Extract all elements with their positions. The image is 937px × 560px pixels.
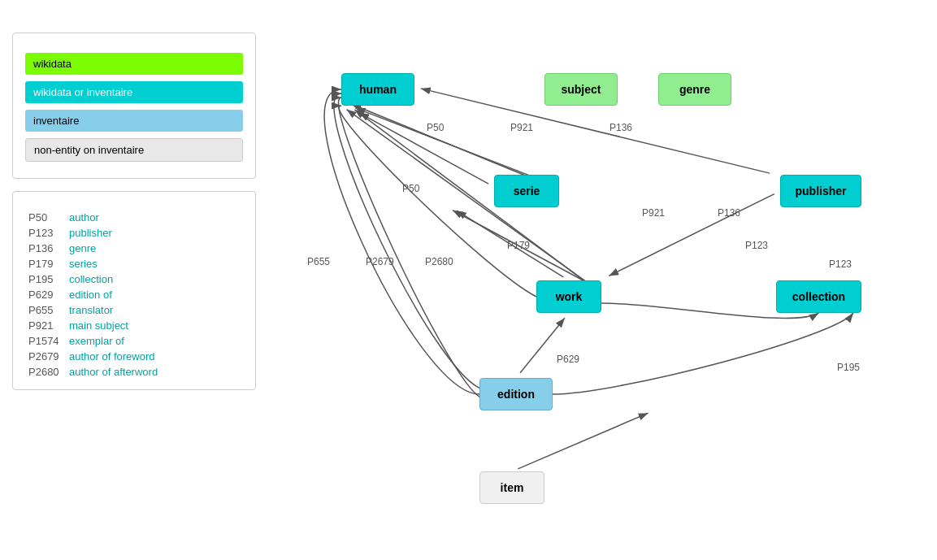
provenance-box: wikidata wikidata or inventaire inventai… bbox=[12, 33, 256, 179]
legend-inventaire: inventaire bbox=[25, 110, 243, 132]
prop-code: P655 bbox=[25, 302, 66, 318]
prop-code: P1574 bbox=[25, 333, 66, 349]
prop-label: collection bbox=[66, 271, 243, 287]
prop-code: P123 bbox=[25, 225, 66, 241]
property-row: P1574exemplar of bbox=[25, 333, 243, 349]
label-p179: P179 bbox=[507, 240, 530, 251]
properties-table: P50authorP123publisherP136genreP179serie… bbox=[25, 210, 243, 380]
prop-label: publisher bbox=[66, 225, 243, 241]
property-row: P136genre bbox=[25, 241, 243, 256]
label-p2680: P2680 bbox=[425, 256, 453, 267]
label-p921-2: P921 bbox=[642, 207, 665, 219]
prop-label: author bbox=[66, 210, 243, 225]
page-title bbox=[0, 0, 937, 24]
prop-label: main subject bbox=[66, 318, 243, 333]
legend-wikidata-or-inventaire: wikidata or inventaire bbox=[25, 81, 243, 103]
node-item: item bbox=[479, 471, 544, 504]
label-p123-2: P123 bbox=[829, 258, 852, 270]
prop-code: P921 bbox=[25, 318, 66, 333]
property-row: P2680author of afterword bbox=[25, 364, 243, 380]
legend-wikidata: wikidata bbox=[25, 53, 243, 75]
node-subject: subject bbox=[544, 73, 618, 106]
prop-code: P179 bbox=[25, 256, 66, 271]
label-p195: P195 bbox=[837, 362, 860, 373]
node-human: human bbox=[341, 73, 414, 106]
prop-label: author of foreword bbox=[66, 349, 243, 364]
prop-label: author of afterword bbox=[66, 364, 243, 380]
svg-line-9 bbox=[609, 194, 774, 276]
label-p655: P655 bbox=[307, 256, 330, 267]
label-p136-2: P136 bbox=[718, 207, 740, 219]
prop-label: edition of bbox=[66, 287, 243, 302]
property-row: P179series bbox=[25, 256, 243, 271]
property-row: P195collection bbox=[25, 271, 243, 287]
prop-code: P629 bbox=[25, 287, 66, 302]
properties-box: P50authorP123publisherP136genreP179serie… bbox=[12, 191, 256, 390]
node-serie: serie bbox=[494, 175, 559, 207]
label-p123-1: P123 bbox=[745, 240, 768, 251]
label-p50-2: P50 bbox=[402, 183, 419, 194]
property-row: P629edition of bbox=[25, 287, 243, 302]
prop-code: P2679 bbox=[25, 349, 66, 364]
prop-code: P136 bbox=[25, 241, 66, 256]
prop-code: P50 bbox=[25, 210, 66, 225]
svg-line-11 bbox=[518, 413, 648, 469]
node-edition: edition bbox=[479, 378, 553, 410]
node-collection: collection bbox=[776, 280, 861, 313]
label-p921-1: P921 bbox=[510, 122, 533, 133]
label-p50-1: P50 bbox=[427, 122, 444, 133]
label-p136-1: P136 bbox=[609, 122, 632, 133]
node-genre: genre bbox=[658, 73, 731, 106]
prop-label: translator bbox=[66, 302, 243, 318]
prop-label: exemplar of bbox=[66, 333, 243, 349]
property-row: P50author bbox=[25, 210, 243, 225]
svg-line-6 bbox=[355, 108, 553, 184]
prop-code: P2680 bbox=[25, 364, 66, 380]
prop-label: series bbox=[66, 256, 243, 271]
label-p2679: P2679 bbox=[366, 256, 394, 267]
graph-area: human subject genre publisher serie work… bbox=[268, 24, 937, 528]
property-row: P921main subject bbox=[25, 318, 243, 333]
legend-non-entity: non-entity on inventaire bbox=[25, 138, 243, 162]
property-row: P123publisher bbox=[25, 225, 243, 241]
node-publisher: publisher bbox=[780, 175, 861, 207]
node-work: work bbox=[536, 280, 601, 313]
property-row: P655translator bbox=[25, 302, 243, 318]
prop-label: genre bbox=[66, 241, 243, 256]
property-row: P2679author of foreword bbox=[25, 349, 243, 364]
prop-code: P195 bbox=[25, 271, 66, 287]
left-panel: wikidata wikidata or inventaire inventai… bbox=[0, 24, 268, 528]
svg-line-8 bbox=[359, 113, 488, 184]
label-p629: P629 bbox=[557, 354, 579, 365]
